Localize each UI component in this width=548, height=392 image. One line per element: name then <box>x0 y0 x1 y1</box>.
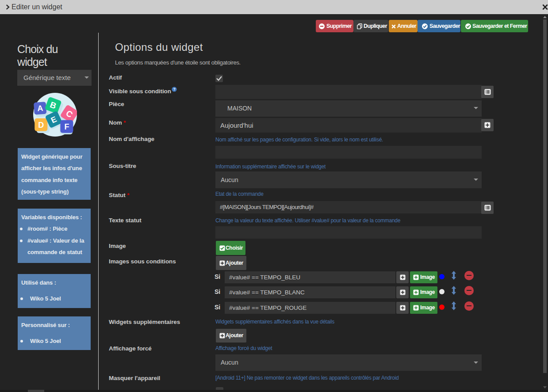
svg-text:A: A <box>37 104 43 113</box>
svg-text:F: F <box>64 122 69 131</box>
svg-text:D: D <box>38 121 44 129</box>
svg-text:?: ? <box>173 87 176 91</box>
